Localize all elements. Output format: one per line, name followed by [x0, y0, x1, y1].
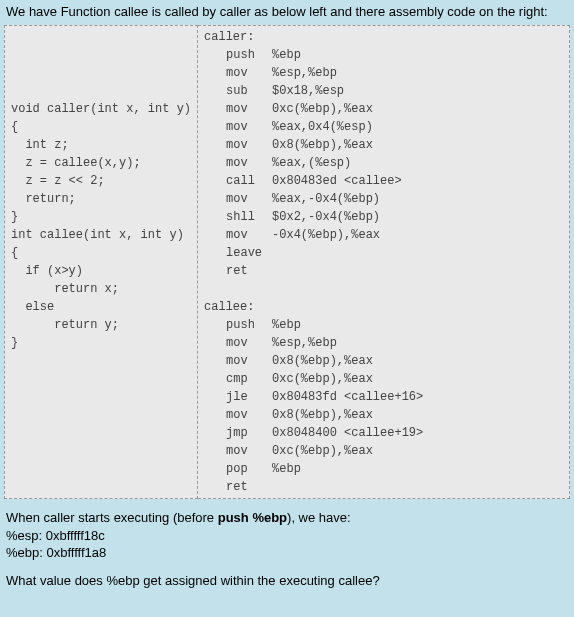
asm-operands: %ebp	[272, 46, 301, 64]
asm-line: mov0x8(%ebp),%eax	[204, 352, 563, 370]
asm-operands: 0x80483fd <callee+16>	[272, 388, 423, 406]
asm-line: mov%eax,0x4(%esp)	[204, 118, 563, 136]
source-line: z = callee(x,y);	[11, 154, 191, 172]
source-line: return x;	[11, 280, 191, 298]
source-line: int z;	[11, 136, 191, 154]
source-line: }	[11, 334, 191, 352]
precondition-line: When caller starts executing (before pus…	[6, 509, 570, 527]
asm-line: cmp0xc(%ebp),%eax	[204, 370, 563, 388]
footer-block: When caller starts executing (before pus…	[0, 499, 574, 595]
asm-mnemonic: mov	[204, 154, 272, 172]
asm-operands: %eax,(%esp)	[272, 154, 351, 172]
asm-line: leave	[204, 244, 563, 262]
asm-mnemonic: push	[204, 316, 272, 334]
asm-line: mov-0x4(%ebp),%eax	[204, 226, 563, 244]
source-line: else	[11, 298, 191, 316]
source-line: {	[11, 118, 191, 136]
asm-operands: $0x2,-0x4(%ebp)	[272, 208, 380, 226]
asm-line: jle0x80483fd <callee+16>	[204, 388, 563, 406]
asm-operands: %ebp	[272, 460, 301, 478]
asm-line: shll$0x2,-0x4(%ebp)	[204, 208, 563, 226]
asm-line: sub$0x18,%esp	[204, 82, 563, 100]
source-line: return;	[11, 190, 191, 208]
asm-mnemonic: ret	[204, 262, 272, 280]
asm-line: jmp0x8048400 <callee+19>	[204, 424, 563, 442]
asm-operands: 0x80483ed <callee>	[272, 172, 402, 190]
source-line: {	[11, 244, 191, 262]
precondition-bold: push %ebp	[218, 510, 287, 525]
asm-mnemonic: mov	[204, 136, 272, 154]
asm-mnemonic: call	[204, 172, 272, 190]
question-text: What value does %ebp get assigned within…	[6, 572, 570, 590]
asm-line: mov0xc(%ebp),%eax	[204, 442, 563, 460]
asm-mnemonic: jle	[204, 388, 272, 406]
asm-line: mov%esp,%ebp	[204, 334, 563, 352]
source-line: z = z << 2;	[11, 172, 191, 190]
asm-line: mov%esp,%ebp	[204, 64, 563, 82]
asm-mnemonic: mov	[204, 226, 272, 244]
asm-operands: 0xc(%ebp),%eax	[272, 370, 373, 388]
asm-label-callee: callee:	[204, 298, 254, 316]
source-line: int callee(int x, int y)	[11, 226, 191, 244]
asm-label-caller: caller:	[204, 28, 254, 46]
asm-line: pop%ebp	[204, 460, 563, 478]
asm-mnemonic: mov	[204, 118, 272, 136]
asm-mnemonic: mov	[204, 352, 272, 370]
asm-blank	[204, 280, 563, 298]
source-line: return y;	[11, 316, 191, 334]
precondition-text-a: When caller starts executing (before	[6, 510, 218, 525]
code-table: void caller(int x, int y){ int z; z = ca…	[4, 25, 570, 499]
asm-line: ret	[204, 262, 563, 280]
asm-operands: 0x8048400 <callee+19>	[272, 424, 423, 442]
reg-ebp: %ebp: 0xbfffff1a8	[6, 544, 570, 562]
asm-mnemonic: ret	[204, 478, 272, 496]
asm-line: ret	[204, 478, 563, 496]
asm-mnemonic: mov	[204, 190, 272, 208]
asm-operands: 0x8(%ebp),%eax	[272, 352, 373, 370]
source-line: }	[11, 208, 191, 226]
asm-mnemonic: jmp	[204, 424, 272, 442]
asm-operands: %eax,-0x4(%ebp)	[272, 190, 380, 208]
asm-line: mov%eax,(%esp)	[204, 154, 563, 172]
asm-operands: %esp,%ebp	[272, 334, 337, 352]
source-leading-blank	[11, 28, 191, 100]
asm-operands: $0x18,%esp	[272, 82, 344, 100]
asm-operands: %esp,%ebp	[272, 64, 337, 82]
asm-line: mov%eax,-0x4(%ebp)	[204, 190, 563, 208]
asm-mnemonic: mov	[204, 406, 272, 424]
code-table-wrap: void caller(int x, int y){ int z; z = ca…	[4, 25, 570, 499]
asm-line: push%ebp	[204, 316, 563, 334]
asm-operands: -0x4(%ebp),%eax	[272, 226, 380, 244]
asm-mnemonic: push	[204, 46, 272, 64]
source-line: if (x>y)	[11, 262, 191, 280]
asm-mnemonic: mov	[204, 442, 272, 460]
precondition-text-b: ), we have:	[287, 510, 351, 525]
asm-mnemonic: pop	[204, 460, 272, 478]
asm-line: call0x80483ed <callee>	[204, 172, 563, 190]
source-line: void caller(int x, int y)	[11, 100, 191, 118]
asm-operands: %eax,0x4(%esp)	[272, 118, 373, 136]
intro-text: We have Function callee is called by cal…	[6, 4, 548, 19]
asm-mnemonic: cmp	[204, 370, 272, 388]
asm-mnemonic: mov	[204, 334, 272, 352]
reg-esp: %esp: 0xbfffff18c	[6, 527, 570, 545]
asm-operands: 0x8(%ebp),%eax	[272, 136, 373, 154]
asm-line: mov0x8(%ebp),%eax	[204, 406, 563, 424]
asm-operands: 0xc(%ebp),%eax	[272, 100, 373, 118]
asm-mnemonic: mov	[204, 64, 272, 82]
source-cell: void caller(int x, int y){ int z; z = ca…	[5, 26, 198, 499]
asm-mnemonic: shll	[204, 208, 272, 226]
asm-mnemonic: leave	[204, 244, 272, 262]
asm-operands: 0xc(%ebp),%eax	[272, 442, 373, 460]
asm-line: push%ebp	[204, 46, 563, 64]
problem-intro: We have Function callee is called by cal…	[0, 0, 574, 23]
asm-operands: 0x8(%ebp),%eax	[272, 406, 373, 424]
asm-mnemonic: sub	[204, 82, 272, 100]
asm-cell: caller: push%ebpmov%esp,%ebpsub$0x18,%es…	[198, 26, 570, 499]
asm-line: mov0x8(%ebp),%eax	[204, 136, 563, 154]
asm-operands: %ebp	[272, 316, 301, 334]
asm-line: mov0xc(%ebp),%eax	[204, 100, 563, 118]
asm-mnemonic: mov	[204, 100, 272, 118]
